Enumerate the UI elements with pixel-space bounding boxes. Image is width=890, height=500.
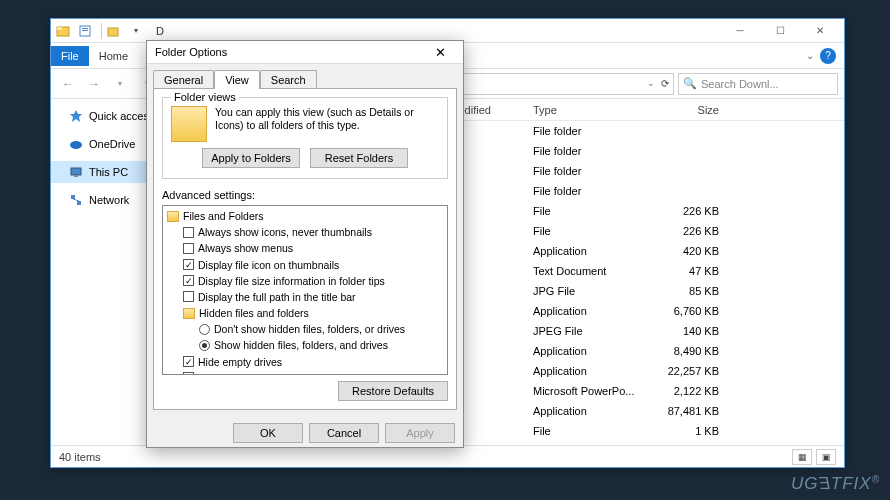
star-icon: [69, 109, 83, 123]
nav-label: Quick access: [89, 110, 154, 122]
dialog-tabs: General View Search: [147, 64, 463, 89]
svg-rect-4: [82, 30, 88, 31]
cell-type: Application: [533, 365, 653, 377]
checkbox-option[interactable]: Display the full path in the title bar: [163, 289, 447, 305]
advanced-settings-list[interactable]: Files and FoldersAlways show icons, neve…: [162, 205, 448, 375]
svg-line-12: [73, 199, 79, 201]
tab-file[interactable]: File: [51, 46, 89, 66]
ok-button[interactable]: OK: [233, 423, 303, 443]
maximize-button[interactable]: ☐: [760, 20, 800, 42]
option-label: Always show menus: [198, 241, 293, 255]
apply-to-folders-button[interactable]: Apply to Folders: [202, 148, 300, 168]
svg-rect-3: [82, 28, 88, 29]
checkbox-option[interactable]: Always show menus: [163, 240, 447, 256]
cell-type: File folder: [533, 165, 653, 177]
watermark: UGETFIX®: [791, 474, 880, 494]
nav-forward-button[interactable]: →: [83, 73, 105, 95]
cell-size: 1 KB: [653, 425, 733, 437]
tab-general[interactable]: General: [153, 70, 214, 89]
minimize-button[interactable]: ─: [720, 20, 760, 42]
cell-type: File folder: [533, 185, 653, 197]
cell-type: File: [533, 205, 653, 217]
tab-search[interactable]: Search: [260, 70, 317, 89]
cell-size: 8,490 KB: [653, 345, 733, 357]
radio-icon: [199, 340, 210, 351]
checkbox-icon: [183, 243, 194, 254]
checkbox-option[interactable]: ✓Display file icon on thumbnails: [163, 257, 447, 273]
new-folder-icon[interactable]: [106, 23, 122, 39]
folder-views-icon: [171, 106, 207, 142]
cell-size: 6,760 KB: [653, 305, 733, 317]
folder-icon: [183, 308, 195, 319]
properties-icon[interactable]: [77, 23, 93, 39]
refresh-icon[interactable]: ⟳: [661, 78, 669, 89]
dialog-close-button[interactable]: ✕: [425, 41, 455, 63]
svg-rect-9: [74, 175, 78, 177]
checkbox-icon: [183, 227, 194, 238]
column-type[interactable]: Type: [533, 104, 653, 116]
checkbox-icon: ✓: [183, 372, 194, 375]
search-input[interactable]: 🔍 Search Downl...: [678, 73, 838, 95]
cell-type: JPEG File: [533, 325, 653, 337]
folder-options-dialog: Folder Options ✕ General View Search Fol…: [146, 40, 464, 448]
option-label: Show hidden files, folders, and drives: [214, 338, 388, 352]
cell-size: 85 KB: [653, 285, 733, 297]
tab-home[interactable]: Home: [89, 46, 138, 66]
checkbox-option[interactable]: ✓Hide empty drives: [163, 354, 447, 370]
option-label: Display file icon on thumbnails: [198, 258, 339, 272]
cell-size: 420 KB: [653, 245, 733, 257]
help-icon[interactable]: ?: [820, 48, 836, 64]
svg-rect-8: [71, 168, 81, 175]
qat-dropdown-icon[interactable]: ▾: [128, 23, 144, 39]
cell-size: 47 KB: [653, 265, 733, 277]
cell-size: 226 KB: [653, 205, 733, 217]
svg-rect-1: [57, 27, 62, 30]
checkbox-option[interactable]: Always show icons, never thumbnails: [163, 224, 447, 240]
folder-views-group: Folder views You can apply this view (su…: [162, 97, 448, 179]
option-label: Display the full path in the title bar: [198, 290, 356, 304]
cell-type: Application: [533, 245, 653, 257]
view-details-button[interactable]: ▦: [792, 449, 812, 465]
checkbox-icon: ✓: [183, 275, 194, 286]
cancel-button[interactable]: Cancel: [309, 423, 379, 443]
window-title: D: [156, 25, 164, 37]
cell-size: 2,122 KB: [653, 385, 733, 397]
search-icon: 🔍: [683, 77, 697, 90]
option-label: Always show icons, never thumbnails: [198, 225, 372, 239]
checkbox-option[interactable]: ✓Display file size information in folder…: [163, 273, 447, 289]
cell-type: Text Document: [533, 265, 653, 277]
reset-folders-button[interactable]: Reset Folders: [310, 148, 408, 168]
nav-label: This PC: [89, 166, 128, 178]
radio-option[interactable]: Don't show hidden files, folders, or dri…: [163, 321, 447, 337]
svg-rect-10: [71, 195, 75, 199]
checkbox-option[interactable]: ✓Hide extensions for known file types: [163, 370, 447, 375]
radio-option[interactable]: Show hidden files, folders, and drives: [163, 337, 447, 353]
cell-type: Application: [533, 345, 653, 357]
svg-rect-5: [108, 28, 118, 36]
status-item-count: 40 items: [59, 451, 101, 463]
nav-back-button[interactable]: ←: [57, 73, 79, 95]
cell-size: 87,481 KB: [653, 405, 733, 417]
nav-recent-dropdown[interactable]: ▾: [109, 73, 131, 95]
dialog-titlebar[interactable]: Folder Options ✕: [147, 41, 463, 64]
tab-view[interactable]: View: [214, 70, 260, 89]
checkbox-icon: [183, 291, 194, 302]
checkbox-icon: ✓: [183, 356, 194, 367]
column-size[interactable]: Size: [653, 104, 733, 116]
svg-marker-6: [70, 110, 82, 122]
apply-button[interactable]: Apply: [385, 423, 455, 443]
cell-type: File folder: [533, 145, 653, 157]
checkbox-icon: ✓: [183, 259, 194, 270]
address-dropdown-icon[interactable]: ⌄: [647, 78, 655, 89]
cell-size: 140 KB: [653, 325, 733, 337]
radio-icon: [199, 324, 210, 335]
ribbon-collapse-icon[interactable]: ⌄: [806, 50, 814, 61]
cell-size: 226 KB: [653, 225, 733, 237]
nav-label: Network: [89, 194, 129, 206]
cell-size: 22,257 KB: [653, 365, 733, 377]
view-large-icons-button[interactable]: ▣: [816, 449, 836, 465]
folder-icon: [167, 211, 179, 222]
search-placeholder: Search Downl...: [701, 78, 779, 90]
restore-defaults-button[interactable]: Restore Defaults: [338, 381, 448, 401]
close-button[interactable]: ✕: [800, 20, 840, 42]
